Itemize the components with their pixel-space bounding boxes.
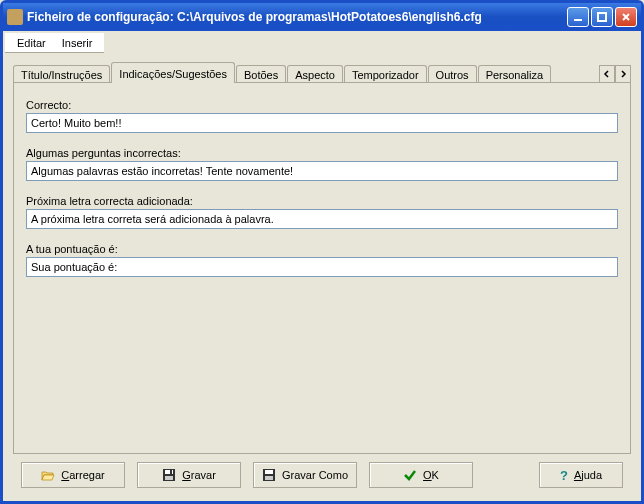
field-next-letter: Próxima letra correcta adicionada: [26, 195, 618, 229]
svg-rect-8 [265, 476, 273, 480]
tab-indications-suggestions[interactable]: Indicações/Sugestões [111, 62, 235, 83]
field-score: A tua pontuação é: [26, 243, 618, 277]
tab-scroll-left[interactable] [599, 65, 615, 83]
question-icon: ? [560, 468, 568, 483]
help-label: juda [581, 469, 602, 481]
saveas-button[interactable]: Gravar Como [253, 462, 357, 488]
close-icon [619, 10, 633, 24]
chevron-left-icon [603, 70, 611, 78]
window-controls [567, 7, 637, 27]
ok-button[interactable]: OK [369, 462, 473, 488]
tab-scroll [599, 65, 631, 83]
input-score[interactable] [26, 257, 618, 277]
maximize-icon [595, 10, 609, 24]
titlebar[interactable]: Ficheiro de configuração: C:\Arquivos de… [3, 3, 641, 31]
input-wrong[interactable] [26, 161, 618, 181]
menu-edit[interactable]: Editar [9, 35, 54, 51]
ok-label: K [432, 469, 439, 481]
load-label: arregar [69, 469, 104, 481]
svg-rect-0 [574, 19, 582, 21]
save-label: ravar [191, 469, 216, 481]
saveas-label: Gravar Como [282, 469, 348, 481]
tab-panel: Correcto: Algumas perguntas incorrectas:… [13, 82, 631, 454]
content-area: Título/Instruções Indicações/Sugestões B… [3, 53, 641, 501]
app-icon [7, 9, 23, 25]
tab-scroll-right[interactable] [615, 65, 631, 83]
close-button[interactable] [615, 7, 637, 27]
label-next-letter: Próxima letra correcta adicionada: [26, 195, 618, 207]
label-wrong: Algumas perguntas incorrectas: [26, 147, 618, 159]
svg-rect-1 [598, 13, 606, 21]
svg-rect-4 [165, 476, 173, 480]
chevron-right-icon [619, 70, 627, 78]
input-next-letter[interactable] [26, 209, 618, 229]
input-correct[interactable] [26, 113, 618, 133]
minimize-button[interactable] [567, 7, 589, 27]
load-button[interactable]: Carregar [21, 462, 125, 488]
save-button[interactable]: Gravar [137, 462, 241, 488]
svg-rect-5 [170, 470, 172, 474]
svg-rect-7 [265, 470, 273, 474]
minimize-icon [571, 10, 585, 24]
floppy-icon [162, 468, 176, 482]
maximize-button[interactable] [591, 7, 613, 27]
menu-insert[interactable]: Inserir [54, 35, 101, 51]
tab-row: Título/Instruções Indicações/Sugestões B… [13, 61, 631, 83]
label-correct: Correcto: [26, 99, 618, 111]
button-bar: Carregar Gravar Gravar Como OK ? Ajuda [13, 455, 631, 495]
label-score: A tua pontuação é: [26, 243, 618, 255]
menubar: Editar Inserir [5, 33, 104, 53]
field-wrong: Algumas perguntas incorrectas: [26, 147, 618, 181]
window-title: Ficheiro de configuração: C:\Arquivos de… [27, 10, 567, 24]
folder-open-icon [41, 468, 55, 482]
help-button[interactable]: ? Ajuda [539, 462, 623, 488]
floppy-saveas-icon [262, 468, 276, 482]
check-icon [403, 468, 417, 482]
config-window: Ficheiro de configuração: C:\Arquivos de… [0, 0, 644, 504]
field-correct: Correcto: [26, 99, 618, 133]
